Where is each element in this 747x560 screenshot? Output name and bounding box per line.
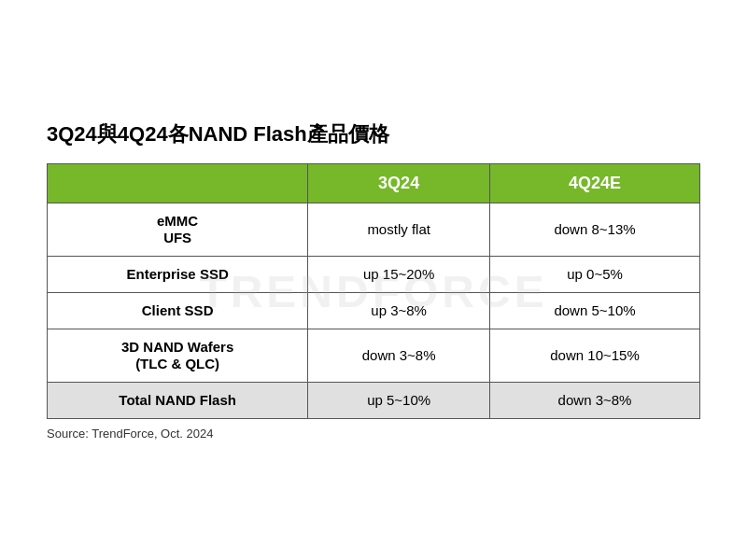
q4e-value: down 8~13%: [490, 203, 700, 256]
product-cell: 3D NAND Wafers(TLC & QLC): [48, 329, 308, 382]
table-header-row: 3Q24 4Q24E: [48, 163, 700, 203]
product-label: eMMCUFS: [157, 213, 198, 245]
product-label: Enterprise SSD: [127, 266, 229, 282]
product-cell: eMMCUFS: [48, 203, 308, 256]
q3-value: down 3~8%: [308, 329, 490, 382]
table-row: Client SSDup 3~8%down 5~10%: [48, 292, 700, 329]
source-citation: Source: TrendForce, Oct. 2024: [47, 427, 700, 441]
page-title: 3Q24與4Q24各NAND Flash產品價格: [47, 120, 700, 148]
q4e-value: down 5~10%: [490, 292, 700, 329]
q4e-value: up 0~5%: [490, 256, 700, 292]
q3-value: mostly flat: [308, 203, 490, 256]
product-label: Total NAND Flash: [119, 392, 236, 408]
col-header-4q24e: 4Q24E: [490, 163, 700, 203]
col-header-product: [48, 163, 308, 203]
main-container: 3Q24與4Q24各NAND Flash產品價格 TRENDFORCE 3Q24…: [28, 102, 719, 459]
q3-value: up 15~20%: [308, 256, 490, 292]
table-row: Total NAND Flashup 5~10%down 3~8%: [48, 382, 700, 418]
product-label: 3D NAND Wafers(TLC & QLC): [121, 339, 233, 371]
product-cell: Client SSD: [48, 292, 308, 329]
q3-value: up 5~10%: [308, 382, 490, 418]
col-header-3q24: 3Q24: [308, 163, 490, 203]
table-row: Enterprise SSDup 15~20%up 0~5%: [48, 256, 700, 292]
q4e-value: down 10~15%: [490, 329, 700, 382]
nand-price-table: 3Q24 4Q24E eMMCUFSmostly flatdown 8~13%E…: [47, 163, 700, 419]
q4e-value: down 3~8%: [490, 382, 700, 418]
product-cell: Enterprise SSD: [48, 256, 308, 292]
q3-value: up 3~8%: [308, 292, 490, 329]
table-row: 3D NAND Wafers(TLC & QLC)down 3~8%down 1…: [48, 329, 700, 382]
product-label: Client SSD: [142, 302, 214, 318]
table-row: eMMCUFSmostly flatdown 8~13%: [48, 203, 700, 256]
product-cell: Total NAND Flash: [48, 382, 308, 418]
